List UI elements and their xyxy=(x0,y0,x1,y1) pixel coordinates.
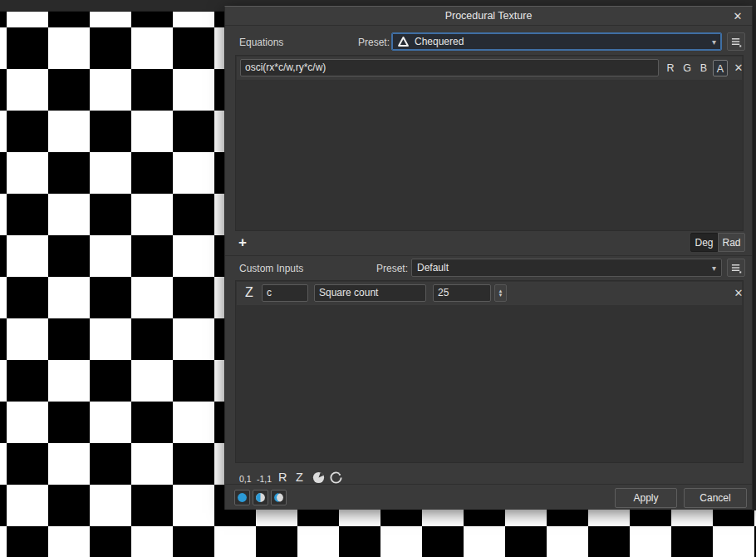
apply-button[interactable]: Apply xyxy=(615,488,677,508)
dialog-titlebar[interactable]: Procedural Texture ✕ xyxy=(225,7,752,26)
variable-value-field[interactable]: 25 xyxy=(433,284,491,302)
channel-r-button[interactable]: R xyxy=(663,60,678,76)
equation-row: osci(rx*c/w,ry*c/w) R G B A ✕ xyxy=(237,57,742,80)
custom-inputs-preset-menu-button[interactable] xyxy=(727,259,745,277)
equations-preset-label: Preset: xyxy=(358,37,390,48)
application-screen: Procedural Texture ✕ Equations Preset: C… xyxy=(0,0,756,557)
insert-range01-button[interactable]: 0,1 xyxy=(239,474,252,484)
variable-description-field[interactable]: Square count xyxy=(314,284,426,302)
input-type-z-button[interactable]: Z xyxy=(245,285,253,300)
custom-inputs-section-label: Custom Inputs xyxy=(239,263,303,274)
channel-a-button[interactable]: A xyxy=(713,60,728,76)
custom-input-row: Z c Square count 25 ▲ ▼ ✕ xyxy=(237,282,742,305)
equations-list-panel: osci(rx*c/w,ry*c/w) R G B A ✕ xyxy=(235,55,744,231)
menu-icon xyxy=(731,37,742,47)
insert-z-button[interactable]: Z xyxy=(296,471,303,484)
deg-mode-button[interactable]: Deg xyxy=(690,233,718,252)
insert-range11-button[interactable]: -1,1 xyxy=(257,474,272,484)
chevron-down-icon: ▾ xyxy=(712,37,716,47)
custom-inputs-preset-value: Default xyxy=(417,262,709,274)
preview-crescent-toggle[interactable] xyxy=(271,490,287,505)
stepper-down-icon[interactable]: ▼ xyxy=(498,293,503,298)
custom-inputs-preset-dropdown[interactable]: Default ▾ xyxy=(411,259,722,277)
remove-equation-icon[interactable]: ✕ xyxy=(732,60,745,76)
channel-g-button[interactable]: G xyxy=(680,60,695,76)
close-icon[interactable]: ✕ xyxy=(730,9,745,24)
full-circle-icon xyxy=(236,491,248,504)
custom-inputs-panel: Z c Square count 25 ▲ ▼ ✕ xyxy=(235,280,744,463)
channel-b-button[interactable]: B xyxy=(696,60,711,76)
half-circle-icon xyxy=(254,491,267,504)
dialog-title: Procedural Texture xyxy=(225,7,752,26)
preset-triangle-icon xyxy=(397,36,410,48)
chevron-down-icon: ▾ xyxy=(712,264,716,273)
value-stepper[interactable]: ▲ ▼ xyxy=(494,284,507,302)
equations-preset-dropdown[interactable]: Chequered ▾ xyxy=(391,32,722,51)
variable-name-field[interactable]: c xyxy=(262,284,308,302)
crescent-circle-icon xyxy=(272,491,285,504)
equations-preset-value: Chequered xyxy=(415,36,709,47)
preview-full-toggle[interactable] xyxy=(234,490,250,505)
procedural-texture-dialog: Procedural Texture ✕ Equations Preset: C… xyxy=(224,6,753,510)
equations-preset-menu-button[interactable] xyxy=(727,32,745,51)
add-equation-button[interactable]: + xyxy=(238,236,247,249)
equation-expression-field[interactable]: osci(rx*c/w,ry*c/w) xyxy=(240,59,659,76)
preview-split-toggle[interactable] xyxy=(253,490,268,505)
menu-icon xyxy=(731,263,742,274)
insert-r-button[interactable]: R xyxy=(278,471,287,484)
section-divider xyxy=(225,255,752,256)
rad-mode-button[interactable]: Rad xyxy=(718,233,745,252)
cancel-button[interactable]: Cancel xyxy=(684,488,747,508)
equations-section-label: Equations xyxy=(239,37,283,48)
remove-input-icon[interactable]: ✕ xyxy=(732,285,745,302)
custom-inputs-preset-label: Preset: xyxy=(376,263,408,274)
dialog-footer: Apply Cancel xyxy=(225,484,752,510)
